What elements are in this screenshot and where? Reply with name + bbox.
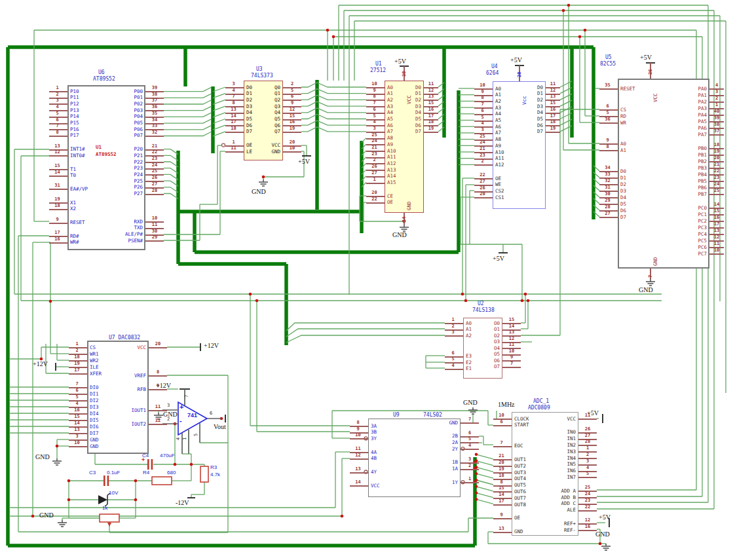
pin-Q1: Q1 — [241, 90, 280, 96]
pin-number: 27 — [599, 211, 616, 216]
potentiometer-rv — [100, 514, 119, 522]
u3-ref[interactable]: U3 — [256, 66, 263, 72]
pin-2B: 2B — [419, 433, 458, 439]
pin-OUT1: OUT1 — [514, 457, 526, 462]
pin-P26: P26 — [104, 184, 143, 190]
u9-body[interactable] — [368, 419, 461, 497]
pin-number: 6 — [284, 94, 301, 99]
pin-GND: GND — [90, 443, 99, 449]
pin-Q2: Q2 — [241, 97, 280, 103]
adc-part[interactable]: ADC0809 — [528, 405, 550, 411]
adc-ref[interactable]: ADC_1 — [533, 398, 549, 404]
pin-P14: P14 — [70, 113, 79, 119]
pin-number: 3 — [710, 89, 723, 94]
pin-PA5: PA5 — [668, 119, 707, 124]
pin-number: 19 — [49, 196, 66, 202]
pin-number: 20 — [366, 190, 383, 195]
pin-number: 18 — [225, 126, 242, 131]
pin-Q0: Q0 — [241, 84, 280, 90]
pin-line — [149, 347, 167, 348]
pin-IOUT1: IOUT1 — [107, 407, 146, 413]
pin-number: 5 — [49, 111, 66, 116]
pin-number: 5 — [69, 394, 85, 400]
u6-part[interactable]: AT89S52 — [93, 76, 115, 82]
pin-D6: D6 — [504, 122, 543, 128]
pin-line — [599, 88, 618, 90]
pin-RD: RD — [620, 113, 626, 119]
pin-number: 4 — [445, 363, 461, 368]
pin-number: 24 — [474, 140, 491, 145]
pin-PB7: PB7 — [668, 191, 707, 197]
u9-ref[interactable]: U9 — [393, 412, 400, 418]
pin-line — [709, 194, 724, 195]
pin-WR: WR — [620, 120, 626, 126]
u9-part[interactable]: 74LS02 — [423, 412, 442, 418]
pin-PB5: PB5 — [668, 178, 707, 184]
pin-number: 25 — [474, 134, 491, 139]
u2-part[interactable]: 74LS138 — [472, 307, 495, 313]
pin-EA#/VP: EA#/VP — [70, 186, 88, 192]
p12-label: +12V — [156, 382, 171, 389]
gnd-label: GND — [35, 453, 50, 460]
pin-A14: A14 — [387, 173, 396, 179]
pin-ALE: ALE — [537, 507, 576, 513]
pin-CLOCK: CLOCK — [514, 416, 529, 422]
pin-gnd: GND — [406, 201, 412, 210]
pin-number: 33 — [599, 172, 616, 177]
u6-ref[interactable]: U6 — [98, 69, 105, 75]
pin-D1: D1 — [382, 90, 421, 96]
u1-ref[interactable]: U1 — [375, 61, 382, 67]
pin-T1: T1 — [70, 166, 76, 172]
pin-line — [599, 150, 618, 151]
pin-number: 1 — [461, 476, 478, 481]
pin-line — [49, 223, 67, 224]
pin-number: 24 — [366, 138, 383, 143]
pin-line — [474, 197, 493, 198]
pin-number: 24 — [710, 181, 723, 187]
pin-P01: P01 — [104, 94, 143, 100]
pin-line — [49, 176, 67, 177]
p5-label: +5V — [510, 56, 522, 64]
pin-line — [49, 155, 67, 157]
pin-number: 40 — [710, 109, 723, 114]
u3-part[interactable]: 74LS373 — [251, 73, 273, 79]
pin-number: 2 — [710, 96, 723, 101]
pin-A0: A0 — [620, 141, 626, 147]
u1-part[interactable]: 27512 — [370, 67, 386, 73]
pin-number: 38 — [146, 92, 163, 97]
u4-ref[interactable]: U4 — [491, 64, 498, 69]
pin-PC7: PC7 — [668, 251, 707, 257]
pin-D5: D5 — [382, 116, 421, 122]
pin-number: 15 — [710, 208, 723, 214]
pin-number: 1 — [225, 140, 242, 145]
pin-number: 10 — [350, 432, 366, 438]
u2-ref[interactable]: U2 — [478, 301, 484, 307]
capacitor-c4 — [147, 459, 149, 470]
pin-number: 19 — [69, 361, 85, 366]
pin-number: 21 — [710, 162, 723, 167]
pin-line — [49, 136, 67, 137]
pin-number: 15 — [49, 163, 66, 168]
pin-P27: P27 — [104, 191, 143, 196]
pin-number: 10 — [366, 81, 383, 86]
pin-number: 8 — [474, 95, 491, 100]
u4-part[interactable]: 6264 — [486, 70, 499, 76]
u5-part[interactable]: 82C55 — [600, 61, 616, 67]
pin-IN3: IN3 — [537, 449, 576, 455]
pin-O5: O5 — [461, 351, 500, 357]
pin-number: 4 — [474, 121, 491, 126]
pin-number: 25 — [146, 168, 163, 174]
pin-WR2: WR2 — [90, 358, 99, 364]
pin-OUT2: OUT2 — [514, 463, 526, 469]
pin-number: 33 — [146, 123, 163, 128]
pin-EOC: EOC — [514, 443, 523, 449]
pin-INT1#: INT1# — [70, 146, 85, 152]
pin-number: 11 — [503, 342, 520, 347]
u7-ref[interactable]: U7 DAC0832 — [109, 335, 140, 341]
u5-ref[interactable]: U5 — [605, 54, 612, 60]
pin-number: 17 — [493, 498, 510, 504]
pin-D7: D7 — [382, 128, 421, 134]
resistor-r3 — [200, 466, 208, 482]
pin-2A: 2A — [419, 439, 458, 445]
pin-number: 9 — [284, 100, 301, 105]
